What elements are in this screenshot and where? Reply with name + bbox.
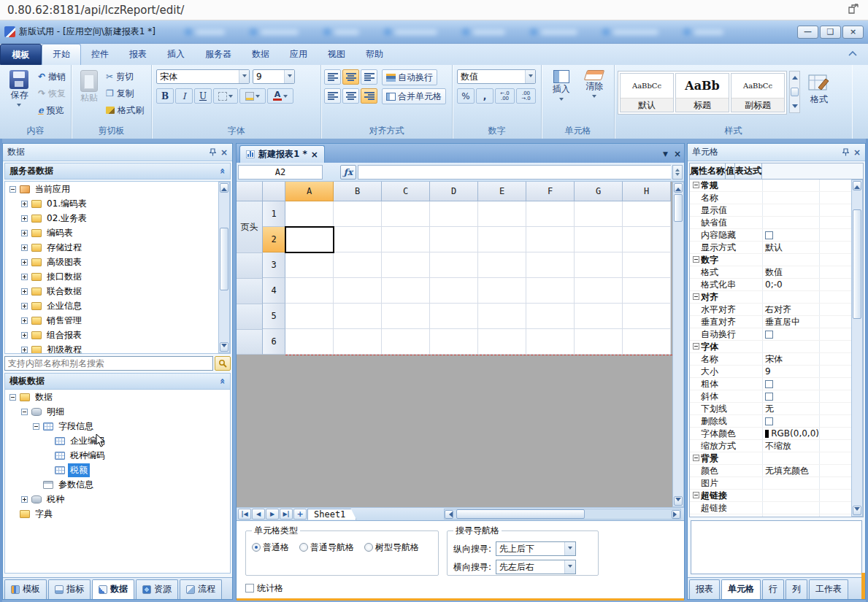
row-header[interactable]: 6 xyxy=(263,329,285,355)
font-size-combo[interactable]: 9 xyxy=(253,69,295,84)
property-row[interactable]: 大小 9 xyxy=(690,366,851,378)
radio-icon[interactable] xyxy=(364,543,373,552)
property-value[interactable]: 数值 xyxy=(762,266,819,278)
add-sheet-button[interactable]: + xyxy=(293,509,307,520)
bold-button[interactable]: B xyxy=(156,88,174,104)
column-header[interactable]: D xyxy=(430,182,478,201)
column-header[interactable]: A xyxy=(285,182,334,201)
tree-item[interactable]: 接口数据 xyxy=(5,269,230,284)
property-row[interactable]: 背景 xyxy=(690,452,851,465)
property-value[interactable]: 默认 xyxy=(762,242,819,253)
close-panel-icon[interactable]: × xyxy=(853,147,861,158)
property-row[interactable]: 水平对齐 右对齐 xyxy=(690,304,851,316)
scrollbar-thumb[interactable] xyxy=(220,228,228,290)
tree-expander-icon[interactable] xyxy=(21,347,28,353)
property-value[interactable]: 9 xyxy=(762,366,819,377)
checkbox-icon[interactable] xyxy=(765,380,773,388)
ribbon-tab[interactable]: 帮助 xyxy=(356,45,393,65)
scroll-up-button[interactable] xyxy=(853,181,861,190)
property-value[interactable] xyxy=(762,254,819,266)
search-button[interactable] xyxy=(215,356,231,371)
property-value[interactable] xyxy=(762,180,819,191)
scroll-down-button[interactable] xyxy=(220,342,228,352)
row-header[interactable]: 2 xyxy=(263,227,285,252)
grid-vertical-scrollbar[interactable] xyxy=(672,182,684,507)
close-tab-icon[interactable]: × xyxy=(311,150,318,160)
property-row[interactable]: 斜体 xyxy=(690,390,851,403)
tree-item[interactable]: 参数信息 xyxy=(5,477,230,492)
dropdown-arrow-icon[interactable] xyxy=(239,70,249,83)
property-row[interactable]: 显示方式 默认 xyxy=(690,242,851,254)
align-left-button[interactable] xyxy=(324,88,341,104)
property-expression[interactable] xyxy=(819,341,851,352)
style-preset[interactable]: AaBbCc 默认 xyxy=(620,73,674,112)
maximize-button[interactable]: ❑ xyxy=(820,26,841,39)
tree-expander-icon[interactable] xyxy=(21,317,28,324)
property-expression[interactable] xyxy=(819,242,851,253)
underline-button[interactable]: U xyxy=(194,88,212,104)
grid-row[interactable] xyxy=(285,278,671,304)
property-expression[interactable] xyxy=(819,452,851,464)
tree-item[interactable]: 税种 xyxy=(5,492,230,506)
checkbox-icon[interactable] xyxy=(765,231,773,239)
property-expression[interactable] xyxy=(819,490,851,501)
tree-item[interactable]: 企业编码 xyxy=(5,433,230,448)
left-panel-tab[interactable]: 指标 xyxy=(48,579,91,599)
collapse-chevron-icon[interactable]: « xyxy=(217,378,228,384)
property-expression[interactable] xyxy=(819,428,851,439)
property-value[interactable] xyxy=(762,291,819,303)
vertical-search-combo[interactable]: 先上后下 xyxy=(496,541,576,556)
property-row[interactable]: 常规 xyxy=(690,180,851,192)
tree-item[interactable]: 组合报表 xyxy=(5,328,230,342)
section-collapse-icon[interactable] xyxy=(693,492,699,498)
property-expression[interactable] xyxy=(819,328,851,340)
dropdown-arrow-icon[interactable] xyxy=(592,95,596,100)
property-row[interactable]: 缩放方式 不缩放 xyxy=(690,440,851,452)
property-value[interactable]: 右对齐 xyxy=(762,304,819,315)
property-row[interactable] xyxy=(690,514,851,517)
search-input[interactable] xyxy=(4,356,213,371)
close-button[interactable]: × xyxy=(842,26,864,39)
property-value[interactable]: 0;-0 xyxy=(762,279,819,290)
next-sheet-button[interactable]: ▶ xyxy=(266,509,279,520)
property-value[interactable]: 无填充颜色 xyxy=(762,465,819,476)
property-row[interactable]: 格式化串 0;-0 xyxy=(690,279,851,291)
tree-item[interactable]: 销售管理 xyxy=(5,313,230,328)
property-value[interactable] xyxy=(762,490,819,501)
property-value[interactable]: RGB(0,0,0) xyxy=(762,428,819,439)
close-panel-icon[interactable]: × xyxy=(220,147,228,158)
right-panel-tab[interactable]: 列 xyxy=(786,579,807,599)
property-row[interactable]: 显示值 xyxy=(690,204,851,217)
property-expression[interactable] xyxy=(819,477,851,489)
property-row[interactable]: 粗体 xyxy=(690,378,851,390)
horizontal-search-combo[interactable]: 先左后右 xyxy=(496,560,576,574)
property-row[interactable]: 垂直对齐 垂直居中 xyxy=(690,316,851,328)
property-row[interactable]: 超链接 xyxy=(690,502,851,514)
clear-cells-button[interactable]: 清除 xyxy=(579,68,610,105)
close-document-icon[interactable]: × xyxy=(674,149,681,159)
tree-expander-icon[interactable] xyxy=(21,288,28,295)
property-expression[interactable] xyxy=(819,266,851,278)
property-expression[interactable] xyxy=(819,514,851,517)
percent-button[interactable]: % xyxy=(457,88,475,104)
column-header[interactable]: H xyxy=(623,182,671,201)
radio-icon[interactable] xyxy=(252,543,261,552)
paste-button[interactable]: 粘贴 xyxy=(74,68,104,117)
property-value[interactable]: 无 xyxy=(762,403,819,414)
tree-expander-icon[interactable] xyxy=(21,332,28,339)
cut-button[interactable]: ✂剪切 xyxy=(104,69,146,84)
property-expression[interactable] xyxy=(819,217,851,228)
cell-type-radio[interactable]: 树型导航格 xyxy=(364,541,419,554)
band-corner-cell[interactable] xyxy=(237,182,263,201)
merge-cells-button[interactable]: 合并单元格 xyxy=(382,88,446,104)
italic-button[interactable]: I xyxy=(175,88,193,104)
property-row[interactable]: 对齐 xyxy=(690,291,851,304)
property-expression[interactable] xyxy=(819,279,851,290)
tree-expander-icon[interactable] xyxy=(21,259,28,266)
right-panel-tab[interactable]: 报表 xyxy=(689,579,720,599)
grid-row[interactable] xyxy=(285,304,671,329)
scroll-right-button[interactable] xyxy=(672,510,680,519)
align-right-button[interactable] xyxy=(361,88,377,104)
font-color-button[interactable]: A xyxy=(267,88,293,104)
tree-expander-icon[interactable] xyxy=(21,303,28,309)
